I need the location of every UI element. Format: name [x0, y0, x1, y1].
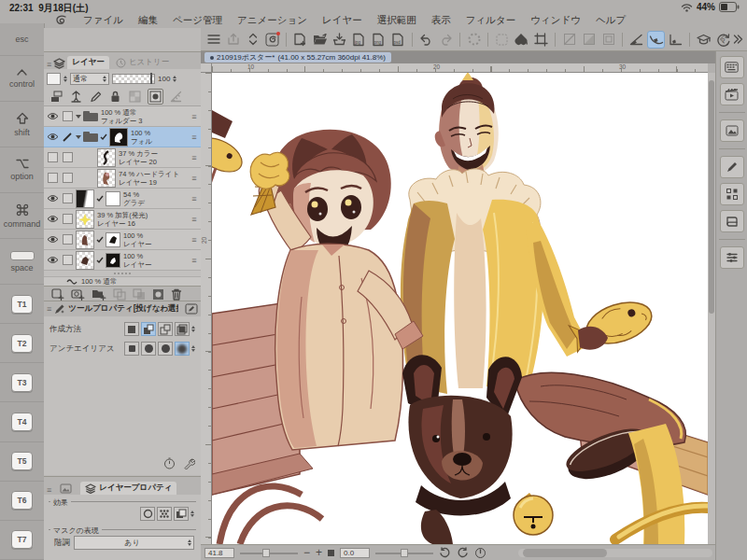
effect-stepper[interactable] — [190, 511, 194, 517]
eye-icon[interactable] — [47, 112, 59, 120]
layer-menu-icon[interactable]: ≡ — [190, 174, 199, 183]
panel-menu-icon[interactable]: ≡ — [47, 305, 51, 314]
antialias-stepper[interactable] — [191, 345, 195, 352]
visibility-off-box[interactable] — [48, 152, 58, 162]
checkbox[interactable] — [63, 234, 73, 245]
vertical-scroll-thumb[interactable] — [709, 80, 714, 314]
layer-row-19[interactable]: 74 % ハードライトレイヤー 19 ≡ — [44, 168, 201, 189]
key-t7[interactable]: T7 — [0, 521, 44, 560]
layer-color-icon[interactable] — [174, 507, 189, 521]
undo-icon[interactable] — [417, 31, 435, 49]
key-space[interactable]: space — [0, 239, 44, 285]
checkbox[interactable] — [63, 173, 73, 183]
edit-tool-icon[interactable] — [185, 303, 198, 315]
collapse-icon[interactable] — [244, 31, 261, 49]
lock-layer-icon[interactable] — [108, 90, 122, 104]
menu-selection[interactable]: 選択範囲 — [377, 14, 416, 27]
export-psd-icon[interactable]: psd — [389, 31, 407, 49]
palette-color-chip[interactable] — [47, 73, 61, 85]
wrench-icon[interactable] — [183, 457, 195, 469]
key-control[interactable]: control — [0, 56, 44, 102]
chevron-left-icon[interactable] — [719, 35, 726, 44]
transfer-down-icon[interactable] — [113, 288, 126, 301]
new-layer-icon[interactable] — [51, 288, 64, 301]
tutorial-icon[interactable] — [695, 31, 712, 49]
tone-effect-icon[interactable] — [157, 507, 172, 521]
tab-thumbnail[interactable] — [55, 482, 77, 495]
layer-row-mask-black[interactable]: 100 %レイヤー ≡ — [44, 250, 201, 271]
save-icon[interactable] — [331, 31, 348, 49]
eye-icon[interactable] — [47, 194, 59, 203]
panel-pen-icon[interactable] — [720, 156, 744, 178]
export-png-icon[interactable]: png — [370, 31, 388, 49]
eye-icon[interactable] — [47, 256, 59, 264]
tab-layer-property[interactable]: レイヤープロパティ — [80, 482, 176, 495]
chevron-double-right-icon[interactable] — [733, 35, 743, 44]
chevron-down-icon[interactable] — [76, 135, 81, 139]
reference-layer-icon[interactable] — [69, 90, 83, 104]
eye-icon[interactable] — [47, 235, 59, 244]
redo-icon[interactable] — [437, 31, 455, 49]
layer-menu-icon[interactable]: ≡ — [190, 256, 199, 265]
export-jpg-icon[interactable]: jpg — [350, 31, 368, 49]
lock-transparent-icon[interactable] — [128, 90, 142, 104]
menu-help[interactable]: ヘルプ — [596, 14, 626, 27]
mask-thumbnail[interactable] — [106, 253, 120, 268]
clip-studio-app-icon[interactable] — [263, 31, 281, 49]
layer-thumbnail[interactable] — [76, 231, 94, 249]
menu-edit[interactable]: 編集 — [138, 14, 158, 27]
new-folder-icon[interactable] — [92, 288, 106, 301]
key-esc[interactable]: esc — [0, 23, 44, 56]
snap-special-ruler-icon[interactable] — [647, 31, 665, 49]
zoom-slider[interactable] — [240, 549, 298, 557]
rotation-slider[interactable] — [375, 549, 433, 557]
delete-layer-icon[interactable] — [171, 288, 182, 301]
key-shift[interactable]: shift — [0, 102, 44, 147]
canvas[interactable] — [212, 73, 708, 544]
reset-rotation-icon[interactable] — [474, 547, 486, 559]
layer-menu-icon[interactable]: ≡ — [190, 153, 199, 162]
mask-thumbnail[interactable] — [106, 191, 120, 206]
menu-window[interactable]: ウィンドウ — [530, 14, 581, 27]
menu-file[interactable]: ファイル — [83, 14, 123, 27]
antialias-none-icon[interactable] — [124, 342, 139, 356]
clip-below-icon[interactable] — [49, 90, 63, 104]
tab-history[interactable]: ヒストリー — [111, 56, 174, 69]
chip-stepper[interactable] — [63, 76, 67, 82]
open-file-icon[interactable] — [311, 31, 329, 49]
checkbox[interactable] — [63, 111, 73, 121]
layer-menu-icon[interactable]: ≡ — [190, 215, 199, 224]
zoom-out-icon[interactable]: − — [303, 548, 310, 557]
enable-mask-icon[interactable] — [148, 89, 163, 105]
clip-studio-menu-icon[interactable] — [54, 14, 68, 28]
layer-row-gradient[interactable]: 54 %グラデ ≡ — [44, 189, 201, 209]
transform-icon[interactable] — [560, 31, 578, 49]
layer-row-20[interactable]: 37 % カラーレイヤー 20 ≡ — [44, 147, 201, 168]
tone-select[interactable]: あり — [74, 536, 194, 550]
rotation-value[interactable]: 0.0 — [340, 548, 370, 558]
merge-down-icon[interactable] — [133, 288, 146, 301]
panel-nodes-icon[interactable] — [720, 183, 744, 205]
checkbox[interactable] — [63, 255, 73, 265]
key-t1[interactable]: T1 — [0, 285, 44, 324]
chevron-down-icon[interactable] — [76, 115, 81, 119]
key-t3[interactable]: T3 — [0, 363, 44, 402]
layer-menu-icon[interactable]: ≡ — [190, 133, 199, 142]
horizontal-scroll-thumb[interactable] — [523, 549, 607, 557]
layer-row-16[interactable]: 39 % 加算(発光)レイヤー 16 ≡ — [44, 209, 201, 230]
checkbox[interactable] — [63, 214, 73, 224]
layer-thumbnail[interactable] — [97, 148, 116, 167]
key-option[interactable]: option — [0, 147, 44, 193]
key-t5[interactable]: T5 — [0, 442, 44, 482]
layer-row-folder2-selected[interactable]: 100 %フォル ≡ — [44, 127, 201, 147]
menu-view[interactable]: 表示 — [431, 14, 451, 27]
layer-thumbnail[interactable] — [109, 128, 128, 147]
zoom-in-icon[interactable]: + — [316, 548, 322, 557]
rotate-left-icon[interactable] — [439, 547, 451, 558]
create-mask-icon[interactable] — [152, 288, 164, 301]
document-tab[interactable]: 210919ポスター* (41.00 x 55.27cm 360dpi 41.8… — [204, 52, 391, 63]
layer-menu-icon[interactable]: ≡ — [190, 194, 199, 203]
show-ruler-icon[interactable] — [169, 90, 183, 104]
draft-layer-icon[interactable] — [89, 90, 103, 104]
border-effect-icon[interactable] — [140, 507, 155, 521]
